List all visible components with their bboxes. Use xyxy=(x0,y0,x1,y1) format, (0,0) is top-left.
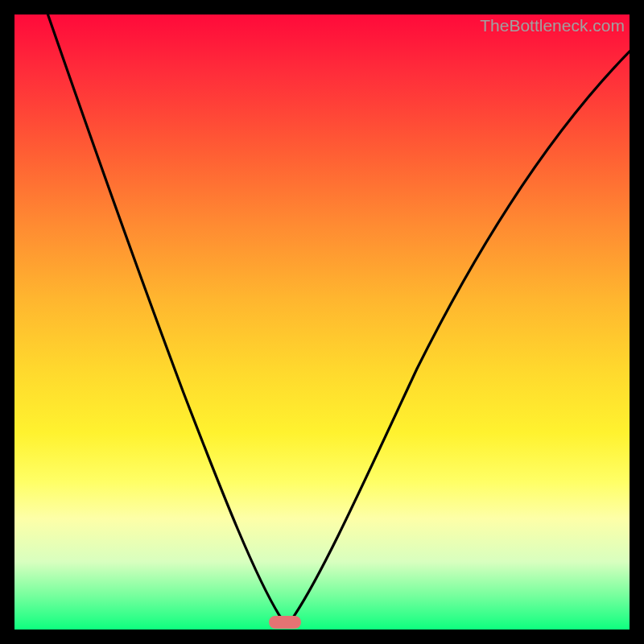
curve-path xyxy=(45,14,630,620)
chart-stage: TheBottleneck.com xyxy=(0,0,644,644)
watermark-text: TheBottleneck.com xyxy=(480,16,625,35)
bottleneck-curve xyxy=(14,14,630,630)
plot-area: TheBottleneck.com xyxy=(14,14,630,630)
optimal-marker xyxy=(269,616,301,629)
